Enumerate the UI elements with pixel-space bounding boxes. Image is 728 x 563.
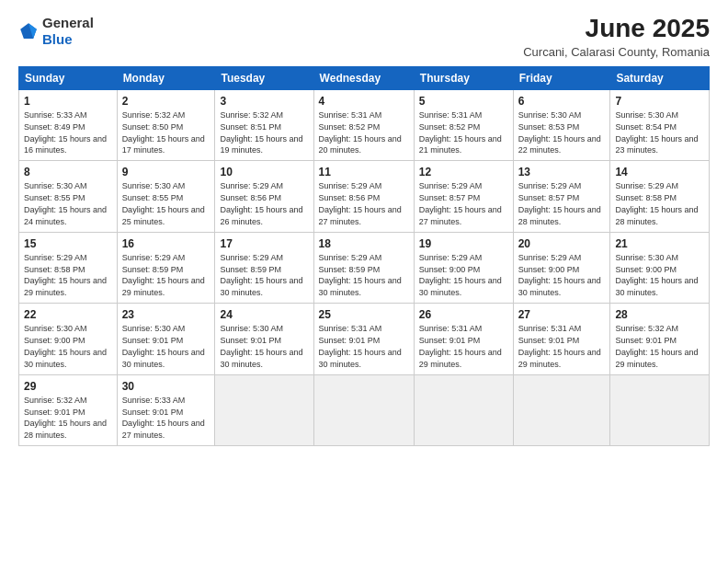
logo-general: General Blue	[42, 15, 94, 48]
day-content: Sunrise: 5:32 AMSunset: 9:01 PMDaylight:…	[24, 396, 107, 440]
col-wednesday: Wednesday	[313, 66, 414, 89]
day-content: Sunrise: 5:29 AMSunset: 8:57 PMDaylight:…	[419, 181, 502, 225]
day-number: 5	[419, 94, 508, 109]
day-cell-2: 2 Sunrise: 5:32 AMSunset: 8:50 PMDayligh…	[117, 89, 215, 160]
day-number: 30	[122, 379, 210, 394]
day-content: Sunrise: 5:30 AMSunset: 8:54 PMDaylight:…	[615, 110, 698, 155]
day-number: 15	[24, 236, 112, 251]
logo: General Blue	[18, 15, 94, 48]
day-content: Sunrise: 5:30 AMSunset: 9:01 PMDaylight:…	[220, 324, 302, 368]
week-row-2: 15 Sunrise: 5:29 AMSunset: 8:58 PMDaylig…	[19, 232, 710, 303]
day-number: 9	[122, 165, 210, 179]
day-content: Sunrise: 5:31 AMSunset: 9:01 PMDaylight:…	[419, 324, 502, 368]
day-number: 17	[220, 236, 308, 251]
day-cell-27: 27 Sunrise: 5:31 AMSunset: 9:01 PMDaylig…	[513, 304, 610, 374]
day-content: Sunrise: 5:31 AMSunset: 8:52 PMDaylight:…	[419, 110, 502, 155]
logo-icon	[18, 21, 39, 41]
day-cell-6: 6 Sunrise: 5:30 AMSunset: 8:53 PMDayligh…	[513, 89, 610, 160]
day-content: Sunrise: 5:30 AMSunset: 9:01 PMDaylight:…	[122, 324, 205, 368]
day-content: Sunrise: 5:29 AMSunset: 9:00 PMDaylight:…	[518, 253, 601, 297]
day-cell-20: 20 Sunrise: 5:29 AMSunset: 9:00 PMDaylig…	[513, 232, 610, 303]
day-content: Sunrise: 5:33 AMSunset: 9:01 PMDaylight:…	[122, 396, 205, 440]
day-content: Sunrise: 5:29 AMSunset: 8:56 PMDaylight:…	[319, 181, 402, 225]
day-cell-12: 12 Sunrise: 5:29 AMSunset: 8:57 PMDaylig…	[414, 161, 513, 232]
day-content: Sunrise: 5:31 AMSunset: 9:01 PMDaylight:…	[518, 324, 601, 368]
day-content: Sunrise: 5:31 AMSunset: 9:01 PMDaylight:…	[319, 324, 402, 368]
day-cell-15: 15 Sunrise: 5:29 AMSunset: 8:58 PMDaylig…	[19, 232, 118, 303]
day-cell-13: 13 Sunrise: 5:29 AMSunset: 8:57 PMDaylig…	[513, 161, 610, 232]
empty-cell	[313, 374, 414, 445]
header-area: General Blue June 2025 Curcani, Calarasi…	[18, 15, 710, 59]
col-saturday: Saturday	[610, 66, 710, 89]
day-number: 10	[220, 165, 308, 179]
day-number: 6	[518, 94, 606, 109]
day-number: 11	[319, 165, 409, 179]
col-friday: Friday	[513, 66, 610, 89]
day-number: 26	[419, 307, 508, 322]
day-cell-24: 24 Sunrise: 5:30 AMSunset: 9:01 PMDaylig…	[215, 304, 313, 374]
day-content: Sunrise: 5:29 AMSunset: 8:58 PMDaylight:…	[615, 181, 698, 225]
empty-cell	[513, 374, 610, 445]
day-number: 23	[122, 307, 210, 322]
day-cell-23: 23 Sunrise: 5:30 AMSunset: 9:01 PMDaylig…	[117, 304, 215, 374]
day-number: 20	[518, 236, 606, 251]
day-cell-3: 3 Sunrise: 5:32 AMSunset: 8:51 PMDayligh…	[215, 89, 313, 160]
day-content: Sunrise: 5:30 AMSunset: 9:00 PMDaylight:…	[24, 324, 107, 368]
day-content: Sunrise: 5:29 AMSunset: 8:59 PMDaylight:…	[220, 253, 302, 297]
day-cell-16: 16 Sunrise: 5:29 AMSunset: 8:59 PMDaylig…	[117, 232, 215, 303]
week-row-4: 29 Sunrise: 5:32 AMSunset: 9:01 PMDaylig…	[19, 374, 710, 445]
day-number: 7	[615, 94, 704, 109]
header-row: Sunday Monday Tuesday Wednesday Thursday…	[19, 66, 710, 89]
day-content: Sunrise: 5:29 AMSunset: 9:00 PMDaylight:…	[419, 253, 502, 297]
day-content: Sunrise: 5:30 AMSunset: 9:00 PMDaylight:…	[615, 253, 698, 297]
day-number: 4	[319, 94, 409, 109]
title-block: June 2025 Curcani, Calarasi County, Roma…	[523, 15, 710, 59]
week-row-3: 22 Sunrise: 5:30 AMSunset: 9:00 PMDaylig…	[19, 304, 710, 374]
day-cell-4: 4 Sunrise: 5:31 AMSunset: 8:52 PMDayligh…	[313, 89, 414, 160]
day-number: 24	[220, 307, 308, 322]
day-cell-17: 17 Sunrise: 5:29 AMSunset: 8:59 PMDaylig…	[215, 232, 313, 303]
day-content: Sunrise: 5:29 AMSunset: 8:59 PMDaylight:…	[122, 253, 205, 297]
day-content: Sunrise: 5:29 AMSunset: 8:58 PMDaylight:…	[24, 253, 107, 297]
day-number: 13	[518, 165, 606, 179]
day-content: Sunrise: 5:30 AMSunset: 8:53 PMDaylight:…	[518, 110, 601, 155]
day-number: 19	[419, 236, 508, 251]
day-number: 14	[615, 165, 704, 179]
col-tuesday: Tuesday	[215, 66, 313, 89]
day-cell-22: 22 Sunrise: 5:30 AMSunset: 9:00 PMDaylig…	[19, 304, 118, 374]
day-content: Sunrise: 5:29 AMSunset: 8:59 PMDaylight:…	[319, 253, 402, 297]
day-content: Sunrise: 5:32 AMSunset: 8:50 PMDaylight:…	[122, 110, 205, 155]
day-content: Sunrise: 5:30 AMSunset: 8:55 PMDaylight:…	[122, 181, 205, 225]
day-cell-7: 7 Sunrise: 5:30 AMSunset: 8:54 PMDayligh…	[610, 89, 710, 160]
day-number: 25	[319, 307, 409, 322]
day-number: 2	[122, 94, 210, 109]
day-cell-26: 26 Sunrise: 5:31 AMSunset: 9:01 PMDaylig…	[414, 304, 513, 374]
day-content: Sunrise: 5:33 AMSunset: 8:49 PMDaylight:…	[24, 110, 107, 155]
day-cell-14: 14 Sunrise: 5:29 AMSunset: 8:58 PMDaylig…	[610, 161, 710, 232]
col-thursday: Thursday	[414, 66, 513, 89]
col-monday: Monday	[117, 66, 215, 89]
day-cell-1: 1 Sunrise: 5:33 AMSunset: 8:49 PMDayligh…	[19, 89, 118, 160]
day-number: 1	[24, 94, 112, 109]
day-cell-10: 10 Sunrise: 5:29 AMSunset: 8:56 PMDaylig…	[215, 161, 313, 232]
day-content: Sunrise: 5:32 AMSunset: 8:51 PMDaylight:…	[220, 110, 302, 155]
day-number: 27	[518, 307, 606, 322]
subtitle: Curcani, Calarasi County, Romania	[523, 45, 710, 59]
day-number: 3	[220, 94, 308, 109]
day-cell-30: 30 Sunrise: 5:33 AMSunset: 9:01 PMDaylig…	[117, 374, 215, 445]
day-number: 8	[24, 165, 112, 179]
day-content: Sunrise: 5:29 AMSunset: 8:57 PMDaylight:…	[518, 181, 601, 225]
page: General Blue June 2025 Curcani, Calarasi…	[0, 0, 728, 563]
day-cell-11: 11 Sunrise: 5:29 AMSunset: 8:56 PMDaylig…	[313, 161, 414, 232]
day-number: 18	[319, 236, 409, 251]
day-cell-5: 5 Sunrise: 5:31 AMSunset: 8:52 PMDayligh…	[414, 89, 513, 160]
day-number: 22	[24, 307, 112, 322]
week-row-0: 1 Sunrise: 5:33 AMSunset: 8:49 PMDayligh…	[19, 89, 710, 160]
day-cell-28: 28 Sunrise: 5:32 AMSunset: 9:01 PMDaylig…	[610, 304, 710, 374]
day-content: Sunrise: 5:30 AMSunset: 8:55 PMDaylight:…	[24, 181, 107, 225]
calendar-table: Sunday Monday Tuesday Wednesday Thursday…	[18, 66, 710, 446]
day-cell-18: 18 Sunrise: 5:29 AMSunset: 8:59 PMDaylig…	[313, 232, 414, 303]
day-number: 21	[615, 236, 704, 251]
day-content: Sunrise: 5:29 AMSunset: 8:56 PMDaylight:…	[220, 181, 302, 225]
day-number: 28	[615, 307, 704, 322]
